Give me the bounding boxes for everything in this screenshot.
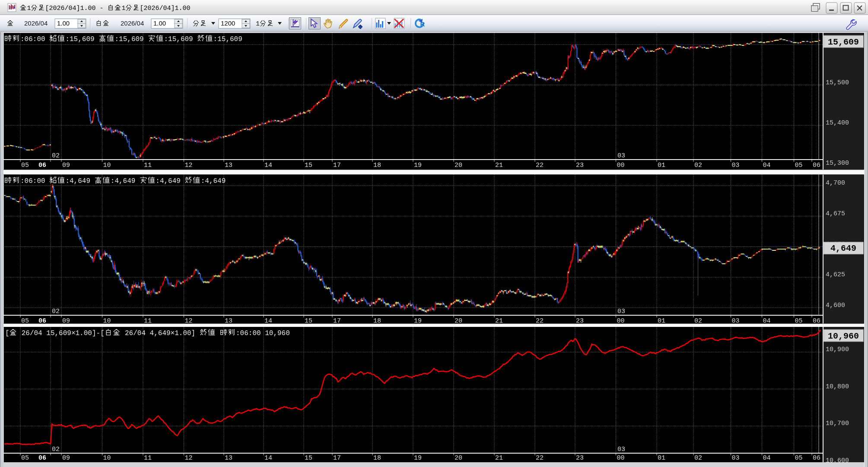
svg-text:4,649: 4,649: [830, 243, 856, 253]
svg-text:14: 14: [264, 162, 272, 169]
svg-text:02: 02: [52, 446, 60, 453]
svg-text:20: 20: [455, 317, 462, 325]
svg-text::4,649: :4,649: [156, 177, 184, 185]
svg-text:06: 06: [813, 162, 820, 169]
svg-text:00: 00: [617, 454, 625, 462]
svg-text:11: 11: [144, 162, 152, 169]
svg-text:06: 06: [813, 317, 820, 325]
svg-text:04: 04: [763, 162, 771, 169]
svg-text:12: 12: [185, 317, 193, 325]
svg-text:22: 22: [536, 317, 544, 325]
svg-text::15,609: :15,609: [65, 35, 99, 43]
svg-text:02: 02: [694, 454, 702, 462]
svg-text:10,960: 10,960: [828, 331, 859, 341]
svg-text:18: 18: [373, 162, 381, 169]
svg-text::15,609: :15,609: [213, 35, 242, 43]
svg-text:10: 10: [103, 162, 111, 169]
svg-text:14: 14: [264, 454, 272, 462]
svg-text:13: 13: [225, 454, 232, 462]
svg-text::4,649: :4,649: [201, 177, 226, 185]
svg-text:11: 11: [144, 317, 152, 325]
svg-text:02: 02: [52, 308, 60, 315]
svg-text::4,649: :4,649: [111, 177, 140, 185]
svg-text:22: 22: [536, 454, 544, 462]
svg-text:00: 00: [617, 317, 625, 325]
svg-text:05: 05: [795, 454, 803, 462]
svg-text:18: 18: [373, 317, 381, 325]
svg-text:23: 23: [576, 162, 584, 169]
svg-text::15,609: :15,609: [164, 35, 197, 43]
svg-text:05: 05: [21, 162, 29, 169]
svg-text:15,400: 15,400: [826, 119, 849, 127]
svg-text:02: 02: [52, 152, 60, 160]
svg-text:22: 22: [536, 162, 544, 169]
svg-text:05: 05: [21, 317, 29, 325]
svg-text:26/04 15,609×1.00]-[: 26/04 15,609×1.00]-[: [17, 329, 105, 337]
svg-text:10,700: 10,700: [826, 420, 849, 427]
svg-text:02: 02: [694, 162, 702, 169]
svg-text::06:00: :06:00: [20, 35, 49, 43]
svg-text:13: 13: [225, 317, 232, 325]
svg-text:06: 06: [813, 454, 820, 462]
svg-text:04: 04: [763, 454, 771, 462]
svg-text:03: 03: [732, 317, 740, 325]
svg-text:09: 09: [62, 162, 70, 169]
svg-text:4,625: 4,625: [826, 271, 845, 278]
svg-text:23: 23: [576, 454, 584, 462]
svg-text:17: 17: [333, 317, 341, 325]
svg-text:19: 19: [414, 454, 422, 462]
svg-text:21: 21: [495, 162, 503, 169]
svg-text:15: 15: [305, 317, 312, 325]
svg-text:23: 23: [576, 317, 584, 325]
svg-text:03: 03: [617, 152, 625, 160]
svg-text:19: 19: [414, 162, 422, 169]
svg-text:15,300: 15,300: [826, 160, 849, 167]
svg-text:06: 06: [38, 454, 46, 462]
svg-text::4,649: :4,649: [65, 177, 94, 185]
svg-text:05: 05: [21, 454, 29, 462]
svg-text:11: 11: [144, 454, 152, 462]
svg-text:20: 20: [455, 454, 462, 462]
svg-text:01: 01: [658, 162, 665, 169]
svg-text:00: 00: [617, 162, 625, 169]
svg-text:20: 20: [455, 162, 462, 169]
svg-text:15,609: 15,609: [828, 37, 859, 47]
svg-text:03: 03: [617, 308, 625, 315]
svg-text:05: 05: [795, 162, 803, 169]
svg-text:19: 19: [414, 317, 422, 325]
svg-text:02: 02: [694, 317, 702, 325]
svg-text:[: [: [5, 329, 10, 337]
svg-text:03: 03: [732, 454, 740, 462]
svg-text:03: 03: [732, 162, 740, 169]
svg-text:14: 14: [264, 317, 272, 325]
svg-text:21: 21: [495, 317, 503, 325]
svg-text:21: 21: [495, 454, 503, 462]
svg-text:26/04 4,649×1.00]: 26/04 4,649×1.00]: [121, 329, 199, 337]
svg-text:13: 13: [225, 162, 232, 169]
svg-text:10: 10: [103, 454, 111, 462]
svg-text:05: 05: [795, 317, 803, 325]
svg-text:18: 18: [373, 454, 381, 462]
svg-text:15: 15: [305, 454, 312, 462]
svg-text:15,500: 15,500: [826, 79, 849, 86]
svg-text::15,609: :15,609: [115, 35, 148, 43]
svg-text:03: 03: [617, 446, 625, 453]
svg-text:4,675: 4,675: [826, 210, 845, 218]
svg-text:12: 12: [185, 162, 193, 169]
svg-text:17: 17: [333, 454, 341, 462]
svg-text:10: 10: [103, 317, 111, 325]
svg-text:04: 04: [763, 317, 771, 325]
svg-text:17: 17: [333, 162, 341, 169]
svg-text:06: 06: [38, 317, 46, 325]
svg-text:10,800: 10,800: [826, 383, 849, 390]
svg-text:4,700: 4,700: [826, 179, 845, 187]
svg-text:01: 01: [658, 454, 665, 462]
svg-text:15: 15: [305, 162, 312, 169]
svg-text:01: 01: [658, 317, 665, 325]
svg-text::06:00: :06:00: [20, 177, 49, 185]
svg-text:09: 09: [62, 317, 70, 325]
svg-text::06:00 10,960: :06:00 10,960: [236, 329, 290, 337]
svg-text:4,600: 4,600: [826, 302, 845, 309]
svg-text:09: 09: [62, 454, 70, 462]
svg-text:06: 06: [38, 162, 46, 169]
